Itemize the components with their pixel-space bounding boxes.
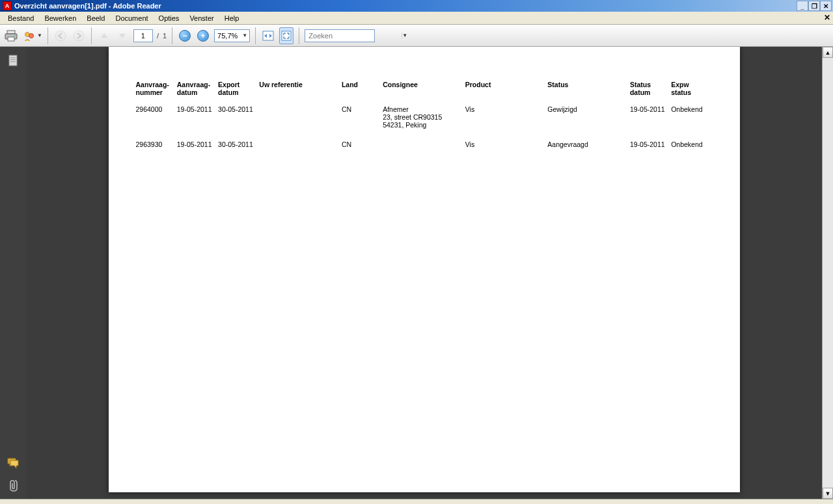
menu-bestand[interactable]: Bestand <box>3 13 39 23</box>
comments-panel-button[interactable] <box>6 456 20 470</box>
page-total: 1 <box>163 32 167 40</box>
cell-land: CN <box>342 140 383 160</box>
svg-rect-9 <box>282 31 291 40</box>
header-exportdatum: Export datum <box>218 81 259 105</box>
titlebar: A Overzicht aanvragen[1].pdf - Adobe Rea… <box>0 0 833 12</box>
menubar: Bestand Bewerken Beeld Document Opties V… <box>0 12 833 25</box>
page-icon <box>7 54 20 67</box>
next-view-button[interactable] <box>72 27 86 44</box>
printer-icon <box>4 29 18 42</box>
menu-beeld[interactable]: Beeld <box>81 13 110 23</box>
chevron-down-icon: ▼ <box>37 33 42 38</box>
cell-aanvraagdatum: 19-05-2011 <box>177 105 218 140</box>
toolbar: ▼ / 1 − + 75,7% ▼ <box>0 25 833 47</box>
header-status: Status <box>547 81 630 105</box>
prev-view-button[interactable] <box>53 27 68 44</box>
zoom-in-button[interactable]: + <box>196 27 210 44</box>
arrow-right-icon <box>73 30 85 42</box>
table-row: 296400019-05-201130-05-2011CNAfnemer 23,… <box>136 105 713 140</box>
next-page-button[interactable] <box>115 27 130 44</box>
maximize-button[interactable]: ❐ <box>808 1 820 11</box>
cell-statusdatum: 19-05-2011 <box>630 140 671 160</box>
close-button[interactable]: ✕ <box>820 1 832 11</box>
search-field[interactable]: ▼ <box>305 29 375 42</box>
svg-rect-12 <box>10 59 16 60</box>
header-expwstatus: Expw status <box>671 81 712 105</box>
header-statusdatum: Status datum <box>630 81 671 105</box>
pdf-page: Aanvraag- nummer Aanvraag- datum Export … <box>109 47 740 492</box>
zoom-value: 75,7% <box>215 32 240 40</box>
fit-width-icon <box>262 30 275 42</box>
search-input[interactable] <box>305 32 402 40</box>
svg-point-7 <box>74 31 84 41</box>
people-icon <box>22 29 36 42</box>
svg-rect-2 <box>8 37 14 41</box>
header-uwreferentie: Uw referentie <box>259 81 342 105</box>
print-button[interactable] <box>4 27 18 44</box>
plus-icon: + <box>197 30 209 42</box>
svg-rect-11 <box>10 57 16 59</box>
table-row: 296393019-05-201130-05-2011CNVisAangevra… <box>136 140 713 160</box>
attachments-panel-button[interactable] <box>6 478 20 492</box>
cell-aanvraagnummer: 2963930 <box>136 140 177 160</box>
svg-point-3 <box>14 34 16 36</box>
window-controls: _ ❐ ✕ <box>797 1 832 11</box>
collaborate-button[interactable]: ▼ <box>22 27 42 44</box>
header-aanvraagdatum: Aanvraag- datum <box>177 81 218 105</box>
comment-icon <box>7 457 20 469</box>
page-separator: / <box>157 32 159 40</box>
svg-rect-13 <box>10 61 16 62</box>
chevron-down-icon: ▼ <box>240 33 249 38</box>
cell-product: Vis <box>465 140 548 160</box>
header-aanvraagnummer: Aanvraag- nummer <box>136 81 177 105</box>
window-title: Overzicht aanvragen[1].pdf - Adobe Reade… <box>14 2 161 10</box>
statusbar <box>0 499 833 504</box>
data-table: Aanvraag- nummer Aanvraag- datum Export … <box>136 81 713 160</box>
zoom-out-button[interactable]: − <box>178 27 192 44</box>
navigation-pane <box>0 47 26 499</box>
scroll-up-button[interactable]: ▲ <box>823 47 833 58</box>
prev-page-button[interactable] <box>97 27 111 44</box>
vertical-scrollbar[interactable]: ▲ ▼ <box>822 47 833 499</box>
fit-page-icon <box>280 30 293 42</box>
cell-status: Gewijzigd <box>547 105 630 140</box>
cell-land: CN <box>342 105 383 140</box>
menu-document[interactable]: Document <box>110 13 153 23</box>
cell-expwstatus: Onbekend <box>671 105 712 140</box>
minimize-button[interactable]: _ <box>797 1 808 11</box>
page-number-input[interactable] <box>133 29 153 42</box>
arrow-down-icon <box>118 31 127 40</box>
cell-aanvraagnummer: 2964000 <box>136 105 177 140</box>
chevron-down-icon: ▼ <box>402 33 407 38</box>
cell-uwreferentie <box>259 105 342 140</box>
zoom-level-select[interactable]: 75,7% ▼ <box>214 29 250 42</box>
cell-expwstatus: Onbekend <box>671 140 712 160</box>
document-viewer[interactable]: Aanvraag- nummer Aanvraag- datum Export … <box>26 47 822 499</box>
scroll-down-button[interactable]: ▼ <box>823 488 833 499</box>
document-close-button[interactable]: ✕ <box>824 13 830 22</box>
cell-statusdatum: 19-05-2011 <box>630 105 671 140</box>
svg-point-6 <box>55 31 66 41</box>
cell-aanvraagdatum: 19-05-2011 <box>177 140 218 160</box>
cell-exportdatum: 30-05-2011 <box>218 140 259 160</box>
arrow-up-icon <box>100 31 109 40</box>
arrow-left-icon <box>55 30 66 42</box>
menu-help[interactable]: Help <box>219 13 245 23</box>
menu-venster[interactable]: Venster <box>184 13 219 23</box>
workspace: Aanvraag- nummer Aanvraag- datum Export … <box>0 47 833 499</box>
paperclip-icon <box>7 479 19 492</box>
cell-uwreferentie <box>259 140 342 160</box>
cell-product: Vis <box>465 105 548 140</box>
fit-width-button[interactable] <box>261 27 275 44</box>
minus-icon: − <box>179 30 191 42</box>
header-land: Land <box>342 81 383 105</box>
adobe-reader-icon: A <box>3 1 12 10</box>
pages-panel-button[interactable] <box>6 53 20 68</box>
menu-bewerken[interactable]: Bewerken <box>39 13 81 23</box>
header-product: Product <box>465 81 548 105</box>
header-consignee: Consignee <box>383 81 465 105</box>
cell-consignee <box>383 140 465 160</box>
fit-page-button[interactable] <box>279 27 294 44</box>
menu-opties[interactable]: Opties <box>154 13 185 23</box>
scroll-track[interactable] <box>823 58 833 488</box>
